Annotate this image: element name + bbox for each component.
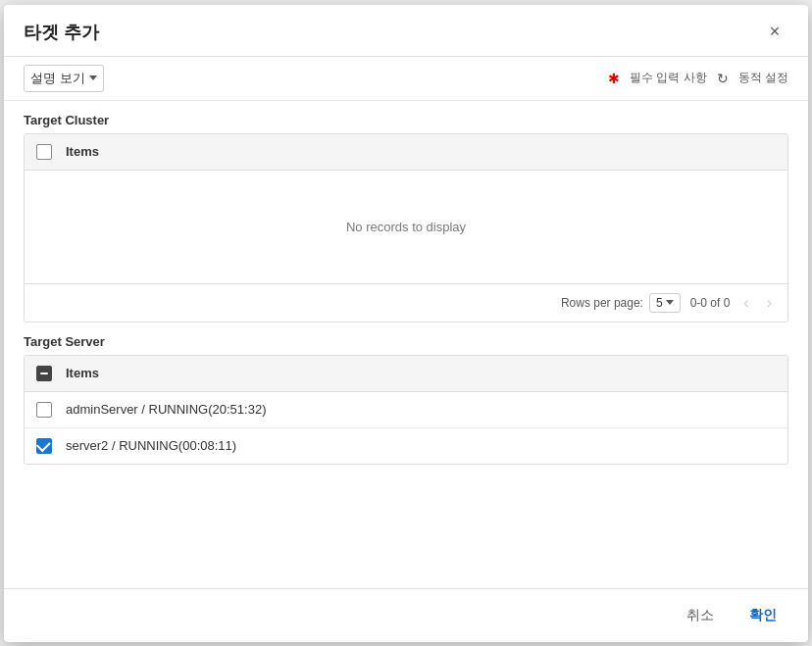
cluster-pagination: Rows per page: 5 0-0 of 0 ‹ ›	[25, 283, 787, 322]
cancel-button[interactable]: 취소	[675, 601, 726, 630]
target-server-label: Target Server	[24, 323, 788, 355]
required-star-icon: ✱	[608, 71, 620, 86]
toolbar: 설명 보기 ✱ 필수 입력 사항 ↻ 동적 설정	[4, 57, 808, 101]
modal-title: 타겟 추가	[24, 21, 99, 44]
desc-btn-label: 설명 보기	[30, 70, 85, 87]
refresh-icon: ↻	[717, 71, 729, 86]
server-select-all-checkbox[interactable]	[36, 366, 52, 381]
server-table-header: Items	[25, 356, 787, 392]
close-button[interactable]: ×	[761, 19, 788, 46]
dynamic-label: 동적 설정	[738, 70, 788, 86]
rows-per-page-select[interactable]: 5	[649, 293, 681, 313]
rows-per-page-label: Rows per page:	[561, 296, 643, 310]
target-server-table: Items adminServer / RUNNING(20:51:32) se…	[24, 355, 788, 465]
table-row: server2 / RUNNING(00:08:11)	[25, 428, 787, 464]
desc-view-button[interactable]: 설명 보기	[24, 65, 104, 92]
prev-page-button[interactable]: ‹	[739, 292, 752, 314]
rows-per-page: Rows per page: 5	[561, 293, 681, 313]
next-page-button[interactable]: ›	[763, 292, 776, 314]
server-row-1-label: adminServer / RUNNING(20:51:32)	[66, 402, 266, 417]
server-row-1-checkbox[interactable]	[36, 402, 52, 418]
required-info: ✱ 필수 입력 사항 ↻ 동적 설정	[608, 70, 788, 86]
target-cluster-table: Items No records to display Rows per pag…	[24, 133, 788, 323]
server-column-header: Items	[66, 366, 99, 380]
modal-overlay: 타겟 추가 × 설명 보기 ✱ 필수 입력 사항 ↻ 동적 설정 Target …	[0, 0, 812, 646]
chevron-down-icon	[89, 75, 97, 80]
rows-per-page-value: 5	[656, 296, 663, 310]
page-count: 0-0 of 0	[690, 296, 731, 310]
rows-per-page-chevron	[666, 300, 674, 305]
server-row-2-checkbox[interactable]	[36, 438, 52, 454]
cluster-empty-message: No records to display	[25, 171, 787, 283]
target-cluster-label: Target Cluster	[24, 101, 788, 133]
cluster-select-all-checkbox[interactable]	[36, 144, 52, 160]
required-label: 필수 입력 사항	[630, 70, 707, 86]
cluster-table-header: Items	[25, 134, 787, 171]
cluster-column-header: Items	[66, 144, 99, 159]
confirm-button[interactable]: 확인	[737, 601, 788, 630]
modal-body: Target Cluster Items No records to displ…	[4, 101, 808, 588]
modal-header: 타겟 추가 ×	[4, 5, 808, 57]
table-row: adminServer / RUNNING(20:51:32)	[25, 392, 787, 428]
close-icon: ×	[770, 22, 781, 42]
server-row-2-label: server2 / RUNNING(00:08:11)	[66, 438, 236, 453]
modal-footer: 취소 확인	[4, 588, 808, 642]
modal-dialog: 타겟 추가 × 설명 보기 ✱ 필수 입력 사항 ↻ 동적 설정 Target …	[4, 5, 808, 642]
